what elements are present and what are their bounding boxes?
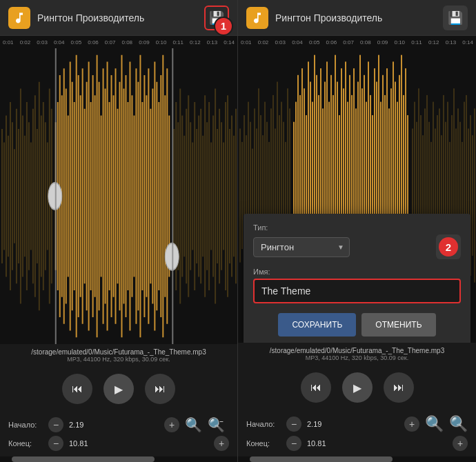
svg-rect-98 — [206, 122, 208, 270]
svg-rect-15 — [30, 143, 32, 250]
svg-rect-8 — [16, 109, 17, 284]
svg-rect-61 — [127, 102, 128, 290]
type-label: Тип: — [253, 223, 461, 232]
right-header: Рингтон Производитель 💾 — [238, 0, 476, 36]
svg-rect-78 — [162, 55, 163, 338]
svg-rect-92 — [194, 102, 195, 290]
svg-rect-59 — [123, 89, 124, 304]
svg-rect-3 — [6, 116, 7, 277]
right-end-plus[interactable]: + — [453, 436, 468, 451]
svg-rect-87 — [184, 136, 185, 257]
right-rewind-button[interactable]: ⏮ — [301, 372, 331, 403]
left-zoom-in-button[interactable]: 🔍 — [185, 416, 202, 433]
svg-rect-97 — [204, 95, 206, 297]
type-select-wrapper: Рингтон Уведомление Будильник ▼ — [253, 237, 350, 257]
svg-rect-9 — [18, 129, 19, 263]
save-dialog: Тип: Рингтон Уведомление Будильник ▼ 2 И… — [244, 214, 470, 343]
svg-rect-79 — [164, 95, 166, 297]
right-file-path: /storage/emulated/0/Music/Futurama_-_The… — [246, 347, 468, 354]
right-start-plus[interactable]: + — [404, 416, 419, 432]
svg-rect-53 — [111, 75, 112, 317]
svg-rect-5 — [10, 102, 11, 290]
svg-rect-37 — [78, 75, 79, 317]
svg-rect-228 — [472, 135, 473, 256]
right-waveform[interactable]: Тип: Рингтон Уведомление Будильник ▼ 2 И… — [238, 48, 476, 343]
svg-rect-46 — [97, 55, 98, 338]
svg-rect-38 — [80, 95, 81, 297]
svg-rect-51 — [107, 62, 108, 331]
svg-rect-13 — [26, 102, 28, 290]
svg-rect-72 — [150, 109, 151, 284]
svg-rect-73 — [152, 89, 153, 304]
type-select[interactable]: Рингтон Уведомление Будильник — [253, 237, 350, 257]
svg-rect-103 — [217, 129, 218, 263]
svg-rect-119 — [241, 142, 243, 249]
right-save-button[interactable]: 💾 — [443, 6, 468, 30]
left-waveform[interactable] — [0, 48, 237, 344]
left-zoom-out-button[interactable]: 🔍− — [208, 416, 229, 433]
left-end-minus[interactable]: − — [48, 436, 63, 451]
right-zoom-in-button[interactable]: 🔍 — [425, 415, 444, 433]
svg-rect-102 — [215, 89, 216, 304]
svg-rect-57 — [119, 82, 120, 311]
svg-rect-32 — [68, 116, 69, 277]
left-forward-button[interactable]: ⏭ — [145, 374, 175, 404]
right-end-row: Конец: − 10.81 + — [246, 436, 468, 451]
svg-rect-95 — [200, 109, 201, 284]
right-scrollbar[interactable] — [238, 456, 476, 462]
svg-rect-12 — [24, 136, 26, 257]
name-input[interactable] — [253, 279, 461, 303]
right-file-meta: MP3, 44100 Hz, 320 kbps, 30.09 сек. — [246, 354, 468, 361]
dialog-save-button[interactable]: СОХРАНИТЬ — [278, 313, 356, 337]
right-start-label: Начало: — [246, 420, 281, 428]
left-play-button[interactable]: ▶ — [103, 374, 134, 404]
left-save-button[interactable]: 💾 1 — [204, 6, 229, 30]
svg-rect-2 — [3, 143, 5, 250]
name-label: Имя: — [253, 268, 461, 276]
badge-1: 1 — [214, 17, 233, 36]
svg-rect-68 — [141, 102, 143, 290]
svg-rect-88 — [186, 109, 187, 284]
svg-rect-47 — [99, 82, 100, 311]
svg-rect-109 — [229, 129, 230, 263]
svg-rect-110 — [231, 116, 232, 277]
left-end-value: 10.81 — [69, 439, 208, 448]
left-start-minus[interactable]: − — [48, 417, 63, 432]
svg-rect-6 — [12, 122, 13, 270]
svg-rect-96 — [202, 136, 204, 257]
right-zoom-controls: 🔍 🔍 — [425, 415, 468, 433]
left-scrollbar[interactable] — [0, 456, 237, 462]
svg-rect-89 — [188, 95, 189, 297]
left-zoom-controls: 🔍 🔍− — [185, 416, 229, 433]
svg-rect-106 — [223, 143, 224, 250]
right-file-info: /storage/emulated/0/Music/Futurama_-_The… — [238, 343, 476, 365]
right-zoom-out-button[interactable]: 🔍 — [449, 415, 468, 433]
svg-rect-48 — [101, 116, 102, 277]
svg-rect-77 — [160, 75, 161, 317]
right-forward-button[interactable]: ⏭ — [384, 372, 414, 403]
app-icon-left — [8, 7, 30, 29]
left-timeline-labels: 0:01 0:02 0:03 0:04 0:05 0:06 0:07 0:08 … — [3, 39, 235, 46]
right-play-button[interactable]: ▶ — [342, 372, 373, 403]
svg-rect-31 — [66, 89, 67, 304]
svg-rect-111 — [233, 136, 235, 257]
svg-rect-84 — [177, 122, 179, 270]
svg-rect-105 — [221, 122, 222, 270]
svg-rect-91 — [192, 143, 193, 250]
left-end-plus[interactable]: + — [214, 436, 229, 451]
dialog-cancel-button[interactable]: ОТМЕНИТЬ — [361, 313, 435, 337]
right-start-minus[interactable]: − — [286, 416, 301, 432]
svg-rect-35 — [74, 102, 75, 290]
svg-rect-58 — [121, 55, 122, 338]
left-file-meta: MP3, 44100 Hz, 320 kbps, 30.09 сек. — [8, 356, 229, 363]
right-start-value: 2.19 — [307, 420, 399, 428]
left-start-plus[interactable]: + — [164, 417, 179, 432]
svg-rect-86 — [181, 116, 183, 277]
left-controls: ⏮ ▶ ⏭ — [0, 367, 237, 411]
right-end-minus[interactable]: − — [286, 436, 301, 451]
left-rewind-button[interactable]: ⏮ — [62, 374, 92, 404]
svg-rect-118 — [239, 128, 241, 262]
svg-rect-33 — [70, 62, 71, 331]
right-time-controls: Начало: − 2.19 + 🔍 🔍 Конец: − 10.81 + — [238, 410, 476, 456]
svg-rect-65 — [135, 68, 137, 324]
